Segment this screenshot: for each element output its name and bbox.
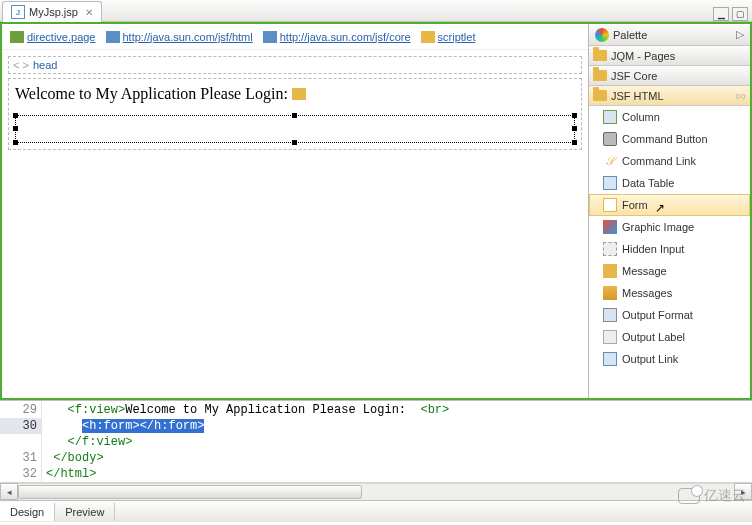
toolbar-item-label: http://java.sun.com/jsf/html	[123, 31, 253, 43]
cmdbtn-icon	[603, 132, 617, 146]
design-toolbar: directive.pagehttp://java.sun.com/jsf/ht…	[2, 24, 588, 50]
editor-tab[interactable]: J MyJsp.jsp ✕	[2, 1, 102, 22]
design-canvas[interactable]: < > head Welcome to My Application Pleas…	[2, 50, 588, 398]
palette-item[interactable]: Hidden Input	[589, 238, 750, 260]
main-split: directive.pagehttp://java.sun.com/jsf/ht…	[0, 22, 752, 400]
form-element-selection[interactable]	[15, 115, 575, 143]
column-icon	[603, 110, 617, 124]
outlink-icon	[603, 352, 617, 366]
cmdlink-icon: 𝒮	[603, 154, 617, 168]
cursor-icon: ↖	[655, 201, 665, 215]
palette-item[interactable]: Output Label	[589, 326, 750, 348]
source-editor[interactable]: 2930313233 <f:view>Welcome to My Applica…	[0, 400, 752, 482]
palette-item[interactable]: 𝒮Command Link	[589, 150, 750, 172]
line-number: 29	[0, 402, 37, 418]
palette-item[interactable]: Output Format	[589, 304, 750, 326]
tab-title: MyJsp.jsp	[29, 6, 78, 18]
toolbar-item-label: directive.page	[27, 31, 96, 43]
resize-handle[interactable]	[13, 140, 18, 145]
design-area: directive.pagehttp://java.sun.com/jsf/ht…	[2, 24, 588, 398]
messages-icon	[603, 286, 617, 300]
scroll-track[interactable]	[18, 483, 734, 500]
pin-icon[interactable]: ○○	[735, 91, 746, 101]
palette-item[interactable]: Messages	[589, 282, 750, 304]
code-line[interactable]: </f:view>	[46, 434, 752, 450]
code-line[interactable]: <h:form></h:form>	[46, 418, 752, 434]
taglib-icon	[10, 31, 24, 43]
close-icon[interactable]: ✕	[85, 7, 93, 18]
palette-drawer[interactable]: JSF HTML○○	[589, 86, 750, 106]
minimize-button[interactable]: ▁	[713, 7, 729, 21]
toolbar-item[interactable]: http://java.sun.com/jsf/core	[263, 31, 411, 43]
maximize-button[interactable]: ▢	[732, 7, 748, 21]
palette-item-label: Message	[622, 265, 667, 277]
resize-handle[interactable]	[13, 126, 18, 131]
toolbar-item-label: scriptlet	[438, 31, 476, 43]
palette-item[interactable]: Command Button	[589, 128, 750, 150]
resize-handle[interactable]	[13, 113, 18, 118]
palette-item-label: Graphic Image	[622, 221, 694, 233]
palette-drawer[interactable]: JQM - Pages	[589, 46, 750, 66]
scroll-thumb[interactable]	[18, 485, 362, 499]
palette-item[interactable]: Form↖	[589, 194, 750, 216]
code-lines[interactable]: <f:view>Welcome to My Application Please…	[42, 401, 752, 482]
editor-tab-bar: J MyJsp.jsp ✕ ▁ ▢	[0, 0, 752, 22]
code-line[interactable]: </html>	[46, 466, 752, 482]
palette-drawer[interactable]: JSF Core	[589, 66, 750, 86]
resize-handle[interactable]	[292, 140, 297, 145]
taglib-icon	[263, 31, 277, 43]
resize-handle[interactable]	[572, 140, 577, 145]
tab-preview[interactable]: Preview	[55, 503, 115, 521]
head-label: head	[33, 59, 57, 71]
palette-item[interactable]: Message	[589, 260, 750, 282]
palette-item[interactable]: Data Table	[589, 172, 750, 194]
horizontal-scrollbar: ◂ ▸	[0, 482, 752, 500]
palette-panel: Palette ▷ JQM - PagesJSF CoreJSF HTML○○ …	[588, 24, 750, 398]
taglib-icon	[421, 31, 435, 43]
palette-item-label: Command Link	[622, 155, 696, 167]
toolbar-item-label: http://java.sun.com/jsf/core	[280, 31, 411, 43]
toolbar-item[interactable]: directive.page	[10, 31, 96, 43]
head-element-box[interactable]: < > head	[8, 56, 582, 74]
body-element-box[interactable]: Welcome to My Application Please Login:	[8, 78, 582, 150]
resize-handle[interactable]	[292, 113, 297, 118]
hidden-icon	[603, 242, 617, 256]
taglib-icon	[106, 31, 120, 43]
palette-title: Palette	[613, 29, 647, 41]
tab-bar-controls: ▁ ▢	[713, 7, 752, 21]
message-icon	[603, 264, 617, 278]
folder-icon	[593, 50, 607, 61]
code-line[interactable]: </body>	[46, 450, 752, 466]
palette-item[interactable]: Output Link	[589, 348, 750, 370]
palette-item[interactable]: Graphic Image	[589, 216, 750, 238]
resize-handle[interactable]	[572, 113, 577, 118]
palette-item-list: ColumnCommand Button𝒮Command LinkData Ta…	[589, 106, 750, 398]
palette-item-label: Form	[622, 199, 648, 211]
jsp-file-icon: J	[11, 5, 25, 19]
code-line[interactable]: <f:view>Welcome to My Application Please…	[46, 402, 752, 418]
palette-header[interactable]: Palette ▷	[589, 24, 750, 46]
toolbar-item[interactable]: http://java.sun.com/jsf/html	[106, 31, 253, 43]
palette-item-label: Hidden Input	[622, 243, 684, 255]
welcome-text-row: Welcome to My Application Please Login:	[15, 85, 575, 103]
welcome-text: Welcome to My Application Please Login:	[15, 85, 288, 103]
bottom-tab-bar: Design Preview	[0, 500, 752, 522]
drawer-label: JSF Core	[611, 70, 657, 82]
palette-item-label: Output Link	[622, 353, 678, 365]
scroll-left-button[interactable]: ◂	[0, 483, 18, 500]
tab-design[interactable]: Design	[0, 503, 55, 521]
palette-item-label: Messages	[622, 287, 672, 299]
br-tag-icon	[292, 88, 306, 100]
outfmt-icon	[603, 308, 617, 322]
scroll-right-button[interactable]: ▸	[734, 483, 752, 500]
chevron-right-icon[interactable]: ▷	[736, 28, 744, 41]
folder-icon	[593, 70, 607, 81]
drawer-label: JSF HTML	[611, 90, 664, 102]
palette-item-label: Output Format	[622, 309, 693, 321]
palette-item-label: Command Button	[622, 133, 708, 145]
form-icon	[603, 198, 617, 212]
palette-item[interactable]: Column	[589, 106, 750, 128]
folder-icon	[593, 90, 607, 101]
toolbar-item[interactable]: scriptlet	[421, 31, 476, 43]
resize-handle[interactable]	[572, 126, 577, 131]
